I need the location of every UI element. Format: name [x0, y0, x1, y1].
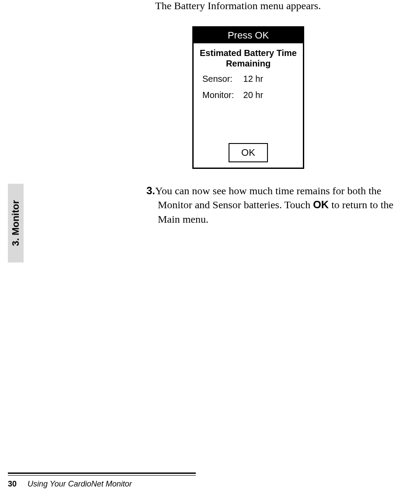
ok-button[interactable]: OK: [229, 143, 268, 162]
monitor-label: Monitor:: [202, 90, 241, 100]
chapter-tab: 3. Monitor: [8, 184, 24, 262]
footer-rule-thin: [8, 475, 196, 476]
manual-page: The Battery Information menu appears. Pr…: [0, 0, 420, 504]
sensor-label: Sensor:: [202, 74, 241, 84]
footer-title: Using Your CardioNet Monitor: [28, 480, 132, 488]
step-number: 3: [146, 185, 152, 196]
device-heading: Estimated Battery Time Remaining: [200, 48, 297, 69]
page-number: 30: [8, 480, 17, 488]
step-3: 3.You can now see how much time remains …: [146, 184, 413, 226]
device-body: Estimated Battery Time Remaining Sensor:…: [194, 43, 303, 100]
device-screenshot: Press OK Estimated Battery Time Remainin…: [192, 26, 304, 169]
ok-inline: OK: [313, 199, 329, 210]
sensor-row: Sensor: 12 hr: [202, 74, 297, 84]
monitor-row: Monitor: 20 hr: [202, 90, 297, 100]
sensor-value: 12 hr: [243, 74, 264, 84]
monitor-value: 20 hr: [243, 90, 264, 100]
device-titlebar: Press OK: [194, 28, 303, 43]
footer-rule-thick: [8, 472, 196, 474]
chapter-tab-label: 3. Monitor: [10, 200, 21, 246]
intro-paragraph: The Battery Information menu appears.: [155, 0, 321, 12]
page-footer: 30 Using Your CardioNet Monitor: [8, 480, 132, 489]
